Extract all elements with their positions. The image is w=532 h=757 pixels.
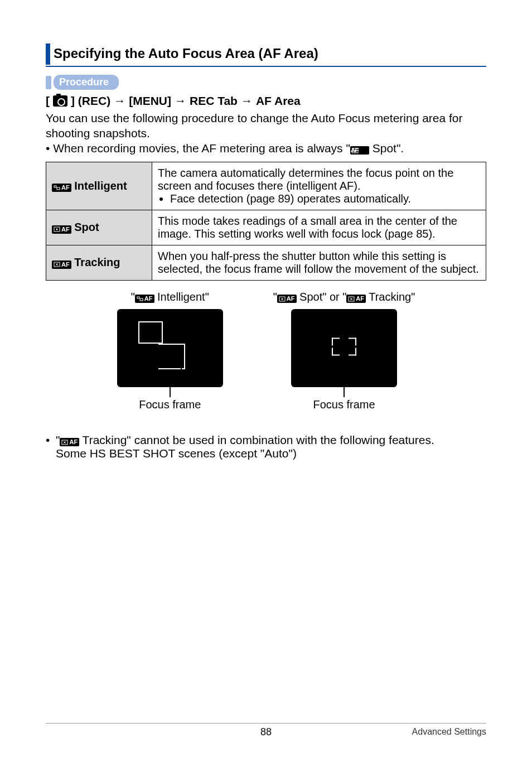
preview-left-pre: " xyxy=(131,291,135,303)
row-intelligent-desc: The camera automatically determines the … xyxy=(152,162,486,210)
callout-line xyxy=(170,370,171,397)
svg-point-1 xyxy=(354,150,356,151)
intro-bullet-pre: • When recording movies, the AF metering… xyxy=(46,142,350,155)
page-number: 88 xyxy=(260,726,272,738)
note-block: • "AF Tracking" cannot be used in combin… xyxy=(46,433,486,460)
note-line2: Some HS BEST SHOT scenes (except "Auto") xyxy=(56,447,297,460)
breadcrumb-step1-suffix: ] (REC) xyxy=(71,94,110,108)
svg-rect-2 xyxy=(54,186,56,187)
bullet-icon: • xyxy=(46,433,56,460)
svg-rect-0 xyxy=(352,148,358,153)
preview-right-pre: " xyxy=(273,291,277,303)
preview-right-post: Tracking" xyxy=(366,291,415,303)
focus-box-icon xyxy=(138,321,163,344)
intro-text: You can use the following procedure to c… xyxy=(46,111,486,141)
intro-bullet-mid: Spot". xyxy=(369,142,404,155)
row-spot-label: AF Spot xyxy=(46,210,152,245)
svg-point-5 xyxy=(56,229,58,230)
breadcrumb-step1-prefix: [ xyxy=(46,94,50,108)
callout-line xyxy=(344,359,345,397)
svg-rect-3 xyxy=(57,187,60,190)
preview-left-post: Intelligent" xyxy=(154,291,209,303)
page-footer: 88 Advanced Settings xyxy=(0,723,532,737)
arrow-icon: → xyxy=(114,94,125,108)
breadcrumb-step4: AF Area xyxy=(256,94,301,108)
preview-right-mid: Spot" or " xyxy=(297,291,347,303)
af-intelligent-icon: AF xyxy=(135,295,154,303)
callout-line xyxy=(181,367,182,372)
row-spot-text: Spot xyxy=(74,221,99,233)
row-tracking-label: AF Tracking xyxy=(46,245,152,280)
preview-caption: Focus frame xyxy=(273,398,415,411)
af-area-table: AF Intelligent The camera automatically … xyxy=(46,162,486,281)
row-intelligent-label: AF Intelligent xyxy=(46,162,152,210)
svg-rect-8 xyxy=(140,298,143,301)
preview-intelligent-screen xyxy=(117,309,223,387)
svg-point-10 xyxy=(281,298,283,300)
footer-section-name: Advanced Settings xyxy=(412,727,486,737)
section-underline xyxy=(46,66,486,67)
row-tracking-text: Tracking xyxy=(74,256,120,268)
breadcrumb-step2: [MENU] xyxy=(129,94,171,108)
row-tracking-desc: When you half-press the shutter button w… xyxy=(152,245,486,280)
procedure-label: Procedure xyxy=(54,75,119,90)
row-spot-desc: This mode takes readings of a small area… xyxy=(152,210,486,245)
af-tracking-icon: AF xyxy=(346,295,366,303)
af-tracking-icon: AF xyxy=(60,438,79,446)
af-spot-icon: AF xyxy=(52,225,71,234)
preview-spot-label: "AF Spot" or "AF Tracking" xyxy=(273,291,415,303)
row-intelligent-desc-bullet: Face detection (page 89) operates automa… xyxy=(170,192,480,205)
row-intelligent-desc-line: The camera automatically determines the … xyxy=(158,167,453,192)
section-accent-bar xyxy=(46,44,50,65)
arrow-icon: → xyxy=(241,94,253,108)
af-spot-icon: AF xyxy=(277,295,297,303)
procedure-tick xyxy=(46,76,51,89)
preview-intelligent: "AF Intelligent" Focus frame xyxy=(117,291,223,411)
note-pre: " xyxy=(56,433,60,446)
section-title: Specifying the Auto Focus Area (AF Area) xyxy=(54,44,486,65)
intro-bullet: • When recording movies, the AF metering… xyxy=(46,141,486,156)
af-tracking-icon: AF xyxy=(52,261,71,269)
breadcrumb: [ ] (REC) → [MENU] → REC Tab → AF Area xyxy=(46,94,486,108)
focus-box-icon xyxy=(157,344,185,369)
camera-icon xyxy=(53,95,67,107)
callout-line xyxy=(157,344,158,372)
footer-divider xyxy=(46,723,486,724)
preview-caption: Focus frame xyxy=(117,398,223,411)
preview-spot-screen xyxy=(291,309,397,387)
note-post: Tracking" cannot be used in combination … xyxy=(79,433,434,446)
af-spot-icon: AF xyxy=(350,146,369,155)
table-row: AF Spot This mode takes readings of a sm… xyxy=(46,210,486,245)
af-intelligent-icon: AF xyxy=(52,184,71,192)
breadcrumb-step3: REC Tab xyxy=(190,94,238,108)
svg-rect-7 xyxy=(137,297,139,298)
table-row: AF Intelligent The camera automatically … xyxy=(46,162,486,210)
preview-spot-tracking: "AF Spot" or "AF Tracking" Focus frame xyxy=(273,291,415,411)
row-intelligent-text: Intelligent xyxy=(74,180,127,192)
preview-intelligent-label: "AF Intelligent" xyxy=(117,291,223,303)
arrow-icon: → xyxy=(175,94,186,108)
table-row: AF Tracking When you half-press the shut… xyxy=(46,245,486,280)
focus-brackets-icon xyxy=(332,337,356,355)
